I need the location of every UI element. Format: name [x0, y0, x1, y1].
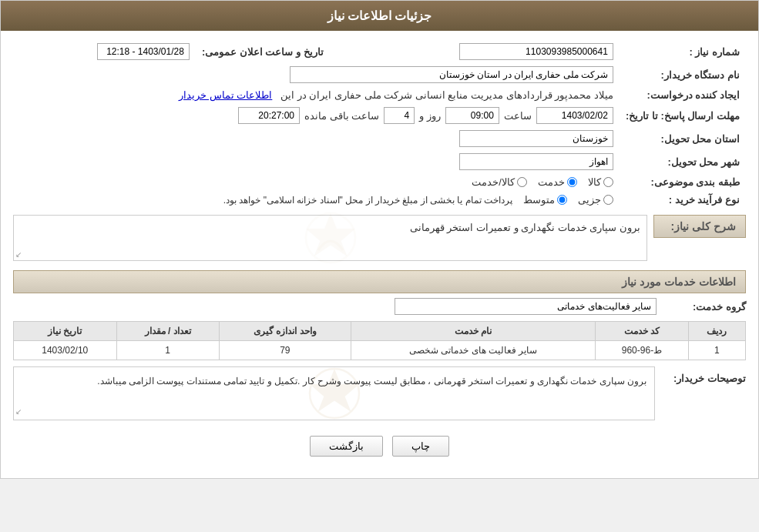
- radio-motavaset-input[interactable]: [557, 195, 567, 205]
- cell-code: ط-96-960: [596, 341, 688, 360]
- info-row-city: شهر محل تحویل:: [13, 150, 746, 173]
- col-code: کد خدمت: [596, 322, 688, 341]
- announcement-date-input[interactable]: [97, 43, 190, 60]
- buttons-row: چاپ بازگشت: [13, 427, 746, 469]
- services-header: اطلاعات خدمات مورد نیاز: [13, 270, 746, 293]
- buyer-name-label: نام دستگاه خریدار:: [620, 63, 746, 86]
- cell-name: سایر فعالیت های خدماتی شخصی: [351, 341, 596, 360]
- info-row-category: طبقه بندی موضوعی: کالا خدمت: [13, 173, 746, 191]
- info-row-purchase-type: نوع فرآیند خرید : جزیی متوسط پرداخت تمام…: [13, 191, 746, 209]
- need-number-input[interactable]: [459, 43, 613, 60]
- radio-jozii: جزیی: [578, 194, 613, 206]
- response-date-input[interactable]: [536, 107, 613, 124]
- general-desc-row: شرح کلی نیاز: برون سپاری خدمات نگهداری و…: [13, 215, 746, 264]
- response-days-label: روز و: [419, 110, 441, 122]
- content-area: شماره نیاز : تاریخ و ساعت اعلان عمومی: ن…: [1, 31, 758, 478]
- table-row: 1 ط-96-960 سایر فعالیت های خدماتی شخصی 7…: [14, 341, 746, 360]
- cell-quantity: 1: [116, 341, 219, 360]
- services-table-body: 1 ط-96-960 سایر فعالیت های خدماتی شخصی 7…: [14, 341, 746, 360]
- col-date: تاریخ نیاز: [14, 322, 117, 341]
- radio-kala: کالا: [588, 176, 613, 188]
- radio-khedmat-label: خدمت: [538, 176, 565, 188]
- radio-kala-label: کالا: [588, 176, 601, 188]
- creator-value: میلاد محمدپور قراردادهای مدیریت منابع ان…: [280, 89, 613, 101]
- buyer-desc-content: برون سپاری خدمات نگهداری و تعمیرات استخر…: [22, 373, 646, 389]
- radio-motavaset-label: متوسط: [523, 194, 555, 206]
- resize-icon-2: ↙: [15, 405, 22, 418]
- info-row-numbers: شماره نیاز : تاریخ و ساعت اعلان عمومی:: [13, 40, 746, 63]
- province-label: استان محل تحویل:: [620, 127, 746, 150]
- radio-kala-khedmat-input[interactable]: [517, 177, 527, 187]
- response-time-input[interactable]: [445, 107, 499, 124]
- purchase-type-label: نوع فرآیند خرید :: [620, 191, 746, 209]
- general-desc-label: شرح کلی نیاز:: [653, 215, 746, 238]
- cell-unit: 79: [219, 341, 351, 360]
- response-time-label: ساعت: [504, 110, 532, 122]
- buyer-desc-container: برون سپاری خدمات نگهداری و تعمیرات استخر…: [13, 366, 655, 420]
- info-table: شماره نیاز : تاریخ و ساعت اعلان عمومی: ن…: [13, 40, 746, 209]
- page-wrapper: جزئیات اطلاعات نیاز شماره نیاز : تاریخ و…: [0, 0, 759, 479]
- city-input[interactable]: [459, 153, 613, 170]
- service-group-row: گروه خدمت:: [13, 298, 746, 315]
- category-label: طبقه بندی موضوعی:: [620, 173, 746, 191]
- buyer-desc-label: توصیحات خریدار:: [661, 373, 746, 384]
- creator-link[interactable]: اطلاعات تماس خریدار: [179, 89, 272, 101]
- buyer-name-input[interactable]: [290, 66, 613, 83]
- service-group-input[interactable]: [395, 298, 657, 315]
- page-header: جزئیات اطلاعات نیاز: [1, 1, 758, 31]
- services-table-header: ردیف کد خدمت نام خدمت واحد اندازه گیری ت…: [14, 322, 746, 341]
- col-name: نام خدمت: [351, 322, 596, 341]
- watermark-icon: [300, 207, 361, 269]
- services-table: ردیف کد خدمت نام خدمت واحد اندازه گیری ت…: [13, 321, 746, 360]
- print-button[interactable]: چاپ: [392, 436, 449, 457]
- back-button[interactable]: بازگشت: [310, 436, 383, 457]
- col-quantity: تعداد / مقدار: [116, 322, 219, 341]
- need-number-label: شماره نیاز :: [620, 40, 746, 63]
- info-row-province: استان محل تحویل:: [13, 127, 746, 150]
- radio-khedmat: خدمت: [538, 176, 577, 188]
- radio-jozii-input[interactable]: [603, 195, 613, 205]
- city-label: شهر محل تحویل:: [620, 150, 746, 173]
- info-row-deadline: مهلت ارسال پاسخ: تا تاریخ: ساعت روز و سا…: [13, 104, 746, 127]
- response-remaining-input[interactable]: [238, 107, 300, 124]
- cell-index: 1: [688, 341, 745, 360]
- radio-kala-khedmat: کالا/خدمت: [472, 176, 527, 188]
- creator-label: ایجاد کننده درخواست:: [620, 86, 746, 104]
- radio-motavaset: متوسط: [523, 194, 567, 206]
- col-unit: واحد اندازه گیری: [219, 322, 351, 341]
- general-desc-value: برون سپاری خدمات نگهداری و تعمیرات استخر…: [410, 222, 640, 233]
- response-deadline-label: مهلت ارسال پاسخ: تا تاریخ:: [620, 104, 746, 127]
- response-days-input[interactable]: [384, 107, 415, 124]
- buyer-desc-value: برون سپاری خدمات نگهداری و تعمیرات استخر…: [97, 376, 646, 386]
- province-input[interactable]: [459, 130, 613, 147]
- service-group-label: گروه خدمت:: [661, 301, 746, 313]
- col-index: ردیف: [688, 322, 745, 341]
- announcement-date-label: تاریخ و ساعت اعلان عمومی:: [196, 40, 330, 63]
- page-title: جزئیات اطلاعات نیاز: [327, 9, 432, 22]
- services-table-header-row: ردیف کد خدمت نام خدمت واحد اندازه گیری ت…: [14, 322, 746, 341]
- info-row-buyer: نام دستگاه خریدار:: [13, 63, 746, 86]
- info-row-creator: ایجاد کننده درخواست: میلاد محمدپور قرارد…: [13, 86, 746, 104]
- radio-kala-input[interactable]: [603, 177, 613, 187]
- general-desc-container: برون سپاری خدمات نگهداری و تعمیرات استخر…: [13, 215, 647, 261]
- watermark-icon-2: [304, 363, 365, 424]
- resize-icon: ↙: [15, 250, 22, 259]
- radio-jozii-label: جزیی: [578, 194, 601, 206]
- response-remaining-label: ساعت باقی مانده: [304, 110, 379, 122]
- radio-khedmat-input[interactable]: [567, 177, 577, 187]
- general-desc-text: برون سپاری خدمات نگهداری و تعمیرات استخر…: [20, 222, 640, 233]
- buyer-desc-row: توصیحات خریدار: برون سپاری خدمات نگهداری…: [13, 366, 746, 420]
- purchase-type-note: پرداخت تمام یا بخشی از مبلغ خریدار از مح…: [223, 195, 512, 206]
- cell-date: 1403/02/10: [14, 341, 117, 360]
- radio-kala-khedmat-label: کالا/خدمت: [472, 176, 515, 188]
